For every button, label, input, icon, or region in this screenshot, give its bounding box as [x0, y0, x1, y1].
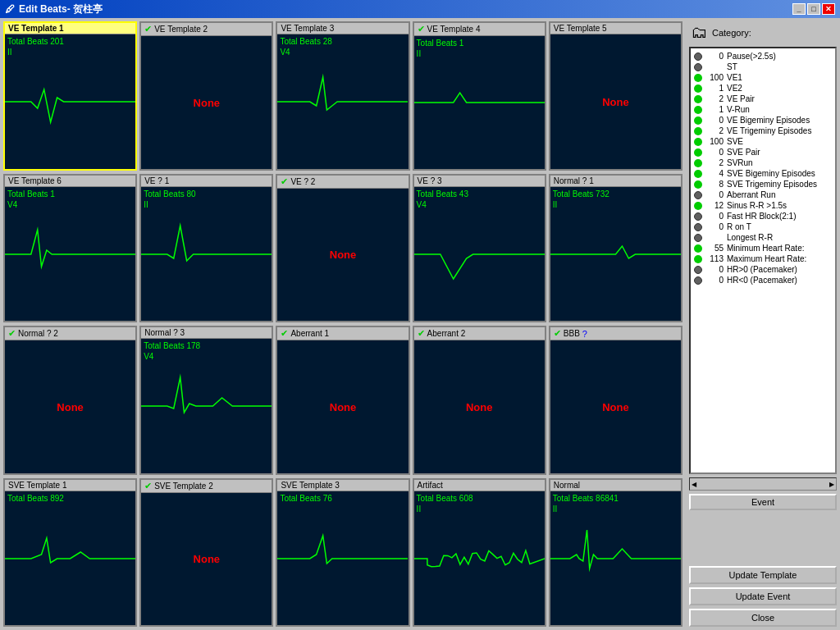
- scroll-left-icon[interactable]: ◀: [692, 481, 696, 488]
- tab-header-veq2[interactable]: ✔VE ? 2: [277, 176, 408, 189]
- minimize-button[interactable]: _: [792, 3, 806, 15]
- template-cell-ve2[interactable]: ✔VE Template 2None: [139, 21, 273, 171]
- tab-header-ve4[interactable]: ✔VE Template 4: [414, 23, 545, 36]
- tab-label-veq1: VE ? 1: [144, 176, 169, 185]
- tab-header-veq1[interactable]: VE ? 1: [141, 176, 272, 187]
- cell-content-veq2: None: [277, 189, 408, 322]
- category-dot: [694, 95, 702, 103]
- tab-header-ve2[interactable]: ✔VE Template 2: [141, 23, 272, 36]
- right-header: 🗂 Category:: [689, 21, 837, 43]
- cell-content-artifact: Total Beats 608II: [414, 491, 545, 626]
- template-cell-normal[interactable]: NormalTotal Beats 86841II: [549, 478, 682, 628]
- scroll-right-icon[interactable]: ▶: [829, 481, 834, 488]
- category-count: 113: [705, 254, 724, 263]
- category-row: 2 VE Pair: [694, 94, 832, 103]
- template-cell-nq2[interactable]: ✔Normal ? 2None: [3, 326, 137, 475]
- template-row: ✔Normal ? 2NoneNormal ? 3Total Beats 178…: [3, 326, 682, 475]
- tab-header-ve3[interactable]: VE Template 3: [277, 23, 408, 34]
- template-row: SVE Template 1Total Beats 892✔SVE Templa…: [3, 478, 682, 628]
- template-cell-ve6[interactable]: VE Template 6Total Beats 1V4: [3, 174, 137, 323]
- ecg-canvas-ve6: [5, 187, 135, 322]
- tab-header-nq2[interactable]: ✔Normal ? 2: [5, 327, 135, 340]
- close-button-panel[interactable]: Close: [689, 609, 837, 627]
- template-cell-artifact[interactable]: ArtifactTotal Beats 608II: [413, 478, 546, 628]
- category-dot: [694, 127, 702, 135]
- tab-header-artifact[interactable]: Artifact: [414, 480, 545, 491]
- category-row: 2 SVRun: [694, 158, 832, 167]
- template-cell-sve3[interactable]: SVE Template 3Total Beats 76: [276, 478, 409, 628]
- tab-header-bbb[interactable]: ✔BBB?: [550, 327, 681, 340]
- category-icon: 🗂: [691, 23, 707, 42]
- tab-header-nq3[interactable]: Normal ? 3: [141, 327, 272, 339]
- category-dot: [694, 180, 702, 189]
- check-icon: ✔: [281, 176, 288, 187]
- template-cell-sve2[interactable]: ✔SVE Template 2None: [139, 478, 273, 628]
- close-button[interactable]: ✕: [822, 3, 835, 15]
- template-cell-nq1[interactable]: Normal ? 1Total Beats 732II: [549, 174, 682, 323]
- tab-header-ab1[interactable]: ✔Aberrant 1: [277, 327, 408, 340]
- none-label-sve2: None: [194, 553, 221, 565]
- tab-header-veq3[interactable]: VE ? 3: [414, 176, 545, 187]
- maximize-button[interactable]: □: [807, 3, 820, 15]
- tab-header-ve5[interactable]: VE Template 5: [550, 23, 681, 34]
- ecg-canvas-sve1: [5, 491, 135, 626]
- category-row: 100 VE1: [694, 73, 832, 82]
- category-box[interactable]: 0 Pause(>2.5s) ST 100 VE1 1 VE2 2 VE Pai…: [689, 47, 837, 474]
- tab-label-ve2: VE Template 2: [154, 25, 208, 34]
- template-cell-ve5[interactable]: VE Template 5None: [549, 21, 682, 171]
- category-count: 0: [705, 212, 724, 221]
- tab-header-nq1[interactable]: Normal ? 1: [550, 176, 681, 187]
- update-event-button[interactable]: Update Event: [689, 587, 837, 605]
- category-row: 4 SVE Bigeminy Episodes: [694, 169, 832, 178]
- cell-content-ve3: Total Beats 28V4: [277, 34, 408, 169]
- update-template-button[interactable]: Update Template: [689, 566, 837, 584]
- tab-header-sve3[interactable]: SVE Template 3: [277, 480, 408, 491]
- tab-label-sve3: SVE Template 3: [281, 481, 340, 490]
- cell-content-ve5: None: [550, 34, 681, 169]
- ecg-canvas-normal: [550, 491, 681, 626]
- template-cell-ab1[interactable]: ✔Aberrant 1None: [276, 326, 409, 475]
- tab-header-sve1[interactable]: SVE Template 1: [5, 480, 135, 491]
- template-cell-ve1[interactable]: VE Template 1Total Beats 201II: [3, 21, 137, 171]
- template-cell-ve3[interactable]: VE Template 3Total Beats 28V4: [276, 21, 409, 171]
- cell-content-ve4: Total Beats 1II: [414, 36, 545, 169]
- category-count: 0: [705, 222, 724, 231]
- category-label: HR>0 (Pacemaker): [727, 265, 797, 274]
- tab-header-sve2[interactable]: ✔SVE Template 2: [141, 480, 272, 493]
- tab-label-bbb: BBB: [564, 329, 580, 338]
- tab-label-ve1: VE Template 1: [8, 24, 64, 33]
- category-label: Maximum Heart Rate:: [727, 254, 806, 263]
- template-cell-bbb[interactable]: ✔BBB?None: [549, 326, 682, 475]
- none-label-ab2: None: [466, 400, 493, 413]
- none-label-ab1: None: [330, 400, 357, 413]
- category-label: SVE: [727, 137, 743, 146]
- category-dot: [694, 191, 702, 199]
- template-row: VE Template 1Total Beats 201II✔VE Templa…: [3, 21, 682, 171]
- category-row: 0 VE Bigeminy Episodes: [694, 116, 832, 125]
- template-cell-veq1[interactable]: VE ? 1Total Beats 80II: [139, 174, 273, 323]
- event-button[interactable]: Event: [689, 494, 837, 510]
- tab-header-ve6[interactable]: VE Template 6: [5, 176, 135, 187]
- tab-header-ve1[interactable]: VE Template 1: [5, 23, 135, 34]
- template-cell-ab2[interactable]: ✔Aberrant 2None: [413, 326, 546, 475]
- tab-label-ab2: Aberrant 2: [427, 329, 466, 338]
- tab-header-ab2[interactable]: ✔Aberrant 2: [414, 327, 545, 340]
- template-cell-veq3[interactable]: VE ? 3Total Beats 43V4: [413, 174, 546, 323]
- title-icon: 🖊: [5, 3, 15, 15]
- category-count: 8: [705, 180, 724, 189]
- template-cell-sve1[interactable]: SVE Template 1Total Beats 892: [3, 478, 137, 628]
- template-cell-veq2[interactable]: ✔VE ? 2None: [276, 174, 409, 323]
- ecg-canvas-veq1: [141, 187, 272, 322]
- template-cell-nq3[interactable]: Normal ? 3Total Beats 178V4: [139, 326, 273, 475]
- scrollbar[interactable]: ◀ ▶: [689, 477, 837, 491]
- title-bar: 🖊 Edit Beats- 贺柱亭 _ □ ✕: [0, 0, 840, 18]
- category-title: Category:: [712, 28, 751, 38]
- tab-label-ve5: VE Template 5: [554, 24, 607, 33]
- template-row: VE Template 6Total Beats 1V4VE ? 1Total …: [3, 174, 682, 323]
- template-cell-ve4[interactable]: ✔VE Template 4Total Beats 1II: [413, 21, 546, 171]
- ecg-canvas-sve3: [277, 491, 408, 626]
- tab-label-nq3: Normal ? 3: [144, 328, 185, 337]
- category-dot: [694, 202, 702, 210]
- tab-header-normal[interactable]: Normal: [550, 480, 681, 491]
- category-dot: [694, 244, 702, 253]
